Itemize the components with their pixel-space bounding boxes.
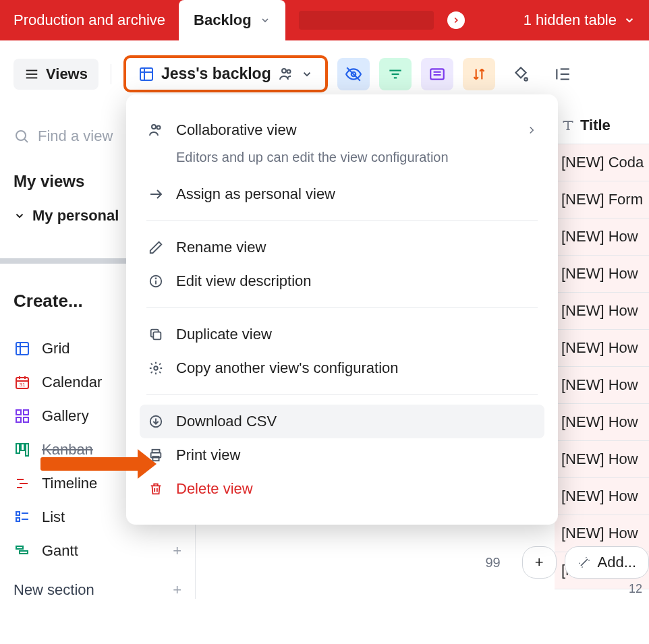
menu-subtitle: Editors and up can edit the view configu…	[176, 150, 544, 165]
divider	[146, 308, 538, 308]
workspace-name[interactable]: Production and archive	[13, 11, 165, 29]
color-button[interactable]	[505, 58, 537, 90]
svg-rect-53	[153, 332, 161, 339]
redacted-area	[299, 11, 434, 30]
svg-rect-33	[16, 417, 21, 422]
table-row[interactable]: [NEW] How	[555, 478, 649, 515]
new-section-button[interactable]: New section+	[13, 581, 181, 599]
svg-rect-37	[26, 444, 28, 456]
gantt-icon	[13, 542, 31, 560]
menu-copy-config[interactable]: Copy another view's configuration	[140, 351, 544, 385]
plus-icon: +	[173, 581, 181, 599]
menu-rename-view[interactable]: Rename view	[140, 231, 544, 264]
svg-point-7	[287, 69, 290, 73]
table-row[interactable]: [NEW] How	[555, 293, 649, 330]
plus-icon[interactable]: +	[173, 542, 181, 560]
chevron-right-icon	[526, 124, 538, 136]
svg-text:31: 31	[20, 382, 26, 388]
filter-button[interactable]	[379, 58, 412, 90]
table-row[interactable]: [NEW] How	[555, 218, 649, 256]
hamburger-icon	[24, 67, 39, 82]
menu-delete-view[interactable]: Delete view	[140, 472, 544, 506]
sort-button[interactable]	[463, 58, 495, 90]
svg-rect-46	[20, 551, 28, 554]
calendar-icon: 31	[13, 374, 31, 391]
copy-icon	[146, 327, 165, 342]
svg-rect-34	[24, 417, 28, 422]
add-row-button[interactable]: +	[522, 546, 557, 579]
search-icon	[13, 128, 30, 144]
hide-fields-button[interactable]	[337, 58, 370, 90]
svg-rect-31	[16, 410, 21, 415]
column-header-title[interactable]: Title	[555, 107, 649, 144]
svg-point-16	[524, 78, 527, 80]
divider	[111, 64, 111, 84]
arrow-right-icon	[146, 186, 165, 202]
paint-icon	[512, 65, 530, 83]
svg-rect-43	[16, 518, 20, 521]
svg-point-54	[154, 366, 158, 370]
view-name: Jess's backlog	[161, 65, 271, 83]
view-options-menu: Collaborative view Editors and up can ed…	[126, 94, 558, 525]
people-icon	[146, 122, 165, 138]
svg-point-47	[152, 125, 156, 129]
pencil-icon	[146, 240, 165, 255]
svg-rect-23	[16, 343, 28, 355]
add-field-button[interactable]: Add...	[565, 546, 649, 579]
svg-point-48	[157, 126, 161, 129]
eye-off-icon	[345, 65, 362, 83]
info-icon	[146, 274, 165, 289]
create-gantt[interactable]: Gantt+	[13, 534, 181, 568]
table-row[interactable]: [NEW] How	[555, 330, 649, 367]
divider	[146, 394, 538, 395]
tab-backlog[interactable]: Backlog	[179, 0, 285, 40]
svg-point-21	[16, 131, 26, 140]
current-view-chip[interactable]: Jess's backlog	[123, 55, 328, 92]
table-row[interactable]: [NEW] How	[555, 256, 649, 293]
grid-icon	[13, 340, 31, 357]
row-height-button[interactable]	[546, 58, 579, 90]
sort-icon	[470, 65, 488, 83]
menu-edit-description[interactable]: Edit view description	[140, 264, 544, 298]
svg-line-22	[24, 139, 28, 142]
menu-collaborative-view[interactable]: Collaborative view	[140, 113, 544, 147]
table-row[interactable]: [NEW] Coda	[555, 144, 649, 181]
timeline-icon	[13, 475, 31, 492]
divider	[146, 221, 538, 221]
svg-rect-36	[21, 444, 24, 450]
group-icon	[428, 65, 446, 83]
views-button[interactable]: Views	[13, 59, 98, 90]
menu-download-csv[interactable]: Download CSV	[140, 405, 544, 438]
gallery-icon	[13, 407, 31, 425]
grid-icon	[138, 66, 154, 82]
group-button[interactable]	[421, 58, 453, 90]
row-count: 12	[629, 582, 642, 596]
filter-icon	[387, 65, 404, 83]
svg-rect-41	[16, 512, 20, 515]
list-icon	[13, 508, 31, 526]
hidden-tables-button[interactable]: 1 hidden table	[524, 11, 636, 29]
table-row[interactable]: [NEW] How	[555, 367, 649, 404]
table-row[interactable]: [NEW] How	[555, 404, 649, 441]
download-icon	[146, 414, 165, 429]
kanban-icon	[13, 441, 31, 459]
svg-point-6	[282, 69, 286, 73]
table-row[interactable]: [NEW] How	[555, 441, 649, 478]
chevron-down-icon	[260, 15, 271, 26]
text-icon	[561, 119, 575, 132]
menu-print-view[interactable]: Print view	[140, 438, 544, 472]
svg-rect-35	[16, 444, 20, 453]
row-number: 99	[485, 555, 500, 570]
top-bar: Production and archive Backlog 1 hidden …	[0, 0, 649, 40]
svg-rect-3	[140, 68, 152, 80]
people-icon	[278, 66, 294, 82]
svg-rect-45	[16, 546, 23, 549]
table-row[interactable]: [NEW] Form	[555, 181, 649, 218]
tab-label: Backlog	[194, 11, 252, 29]
annotation-arrow	[40, 457, 142, 471]
next-arrow-icon[interactable]	[447, 11, 465, 29]
menu-assign-personal[interactable]: Assign as personal view	[140, 177, 544, 211]
plus-icon: +	[535, 554, 544, 571]
wand-icon	[577, 556, 591, 569]
menu-duplicate-view[interactable]: Duplicate view	[140, 318, 544, 351]
